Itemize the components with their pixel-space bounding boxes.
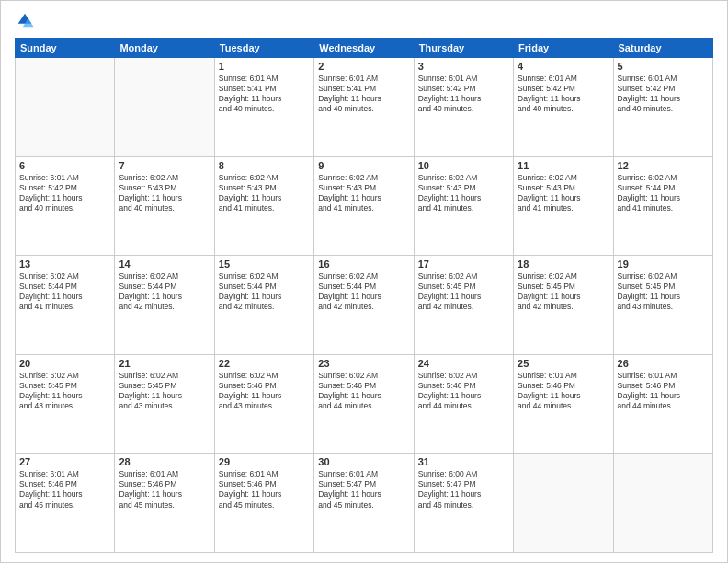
calendar-cell: 5Sunrise: 6:01 AM Sunset: 5:42 PM Daylig… xyxy=(613,58,712,157)
day-number: 30 xyxy=(318,456,409,467)
cell-info: Sunrise: 6:02 AM Sunset: 5:43 PM Dayligh… xyxy=(318,173,409,213)
calendar-week-2: 6Sunrise: 6:01 AM Sunset: 5:42 PM Daylig… xyxy=(16,156,713,256)
day-number: 10 xyxy=(418,160,509,171)
calendar-cell: 27Sunrise: 6:01 AM Sunset: 5:46 PM Dayli… xyxy=(16,454,115,553)
calendar-week-5: 27Sunrise: 6:01 AM Sunset: 5:46 PM Dayli… xyxy=(16,454,713,553)
cell-info: Sunrise: 6:02 AM Sunset: 5:45 PM Dayligh… xyxy=(119,371,210,411)
calendar-cell: 14Sunrise: 6:02 AM Sunset: 5:44 PM Dayli… xyxy=(115,256,214,355)
calendar: SundayMondayTuesdayWednesdayThursdayFrid… xyxy=(15,38,713,553)
cell-info: Sunrise: 6:02 AM Sunset: 5:43 PM Dayligh… xyxy=(119,173,210,213)
day-number: 11 xyxy=(518,160,609,171)
day-number: 9 xyxy=(318,160,409,171)
day-number: 2 xyxy=(318,61,409,72)
day-number: 13 xyxy=(19,259,110,270)
calendar-cell: 13Sunrise: 6:02 AM Sunset: 5:44 PM Dayli… xyxy=(16,256,115,355)
calendar-cell: 16Sunrise: 6:02 AM Sunset: 5:44 PM Dayli… xyxy=(314,256,414,355)
calendar-cell: 23Sunrise: 6:02 AM Sunset: 5:46 PM Dayli… xyxy=(314,354,414,454)
day-number: 4 xyxy=(518,61,609,72)
calendar-cell: 9Sunrise: 6:02 AM Sunset: 5:43 PM Daylig… xyxy=(314,156,414,256)
cell-info: Sunrise: 6:01 AM Sunset: 5:42 PM Dayligh… xyxy=(418,74,509,114)
day-number: 29 xyxy=(219,456,310,467)
cell-info: Sunrise: 6:02 AM Sunset: 5:46 PM Dayligh… xyxy=(219,371,310,411)
calendar-cell: 4Sunrise: 6:01 AM Sunset: 5:42 PM Daylig… xyxy=(514,58,613,157)
cell-info: Sunrise: 6:00 AM Sunset: 5:47 PM Dayligh… xyxy=(418,469,509,510)
calendar-cell: 7Sunrise: 6:02 AM Sunset: 5:43 PM Daylig… xyxy=(115,156,214,256)
day-number: 14 xyxy=(119,259,210,270)
cell-info: Sunrise: 6:02 AM Sunset: 5:44 PM Dayligh… xyxy=(19,271,110,312)
day-number: 12 xyxy=(618,160,709,171)
calendar-cell: 25Sunrise: 6:01 AM Sunset: 5:46 PM Dayli… xyxy=(514,354,613,454)
day-header-saturday: Saturday xyxy=(613,39,712,58)
calendar-cell: 30Sunrise: 6:01 AM Sunset: 5:47 PM Dayli… xyxy=(314,454,414,553)
cell-info: Sunrise: 6:02 AM Sunset: 5:44 PM Dayligh… xyxy=(219,271,310,312)
cell-info: Sunrise: 6:01 AM Sunset: 5:41 PM Dayligh… xyxy=(219,74,310,114)
day-number: 25 xyxy=(518,358,609,369)
cell-info: Sunrise: 6:02 AM Sunset: 5:44 PM Dayligh… xyxy=(318,271,409,312)
calendar-cell: 22Sunrise: 6:02 AM Sunset: 5:46 PM Dayli… xyxy=(214,354,313,454)
calendar-cell: 26Sunrise: 6:01 AM Sunset: 5:46 PM Dayli… xyxy=(613,354,712,454)
day-header-sunday: Sunday xyxy=(16,39,115,58)
calendar-cell: 3Sunrise: 6:01 AM Sunset: 5:42 PM Daylig… xyxy=(414,58,513,157)
calendar-week-3: 13Sunrise: 6:02 AM Sunset: 5:44 PM Dayli… xyxy=(16,256,713,355)
cell-info: Sunrise: 6:01 AM Sunset: 5:41 PM Dayligh… xyxy=(318,74,409,114)
calendar-week-4: 20Sunrise: 6:02 AM Sunset: 5:45 PM Dayli… xyxy=(16,354,713,454)
calendar-cell: 28Sunrise: 6:01 AM Sunset: 5:46 PM Dayli… xyxy=(115,454,214,553)
day-number: 22 xyxy=(219,358,310,369)
cell-info: Sunrise: 6:01 AM Sunset: 5:46 PM Dayligh… xyxy=(119,469,210,510)
day-number: 15 xyxy=(219,259,310,270)
cell-info: Sunrise: 6:02 AM Sunset: 5:46 PM Dayligh… xyxy=(418,371,509,411)
calendar-cell: 15Sunrise: 6:02 AM Sunset: 5:44 PM Dayli… xyxy=(214,256,313,355)
day-number: 26 xyxy=(618,358,709,369)
day-number: 31 xyxy=(418,456,509,467)
day-number: 24 xyxy=(418,358,509,369)
cell-info: Sunrise: 6:01 AM Sunset: 5:46 PM Dayligh… xyxy=(618,371,709,411)
day-number: 8 xyxy=(219,160,310,171)
day-number: 5 xyxy=(618,61,709,72)
day-number: 27 xyxy=(19,456,110,467)
day-number: 20 xyxy=(19,358,110,369)
calendar-cell: 6Sunrise: 6:01 AM Sunset: 5:42 PM Daylig… xyxy=(16,156,115,256)
calendar-cell: 24Sunrise: 6:02 AM Sunset: 5:46 PM Dayli… xyxy=(414,354,513,454)
day-number: 7 xyxy=(119,160,210,171)
day-header-wednesday: Wednesday xyxy=(314,39,414,58)
day-number: 19 xyxy=(618,259,709,270)
calendar-cell: 10Sunrise: 6:02 AM Sunset: 5:43 PM Dayli… xyxy=(414,156,513,256)
cell-info: Sunrise: 6:01 AM Sunset: 5:46 PM Dayligh… xyxy=(518,371,609,411)
calendar-cell xyxy=(514,454,613,553)
cell-info: Sunrise: 6:02 AM Sunset: 5:43 PM Dayligh… xyxy=(518,173,609,213)
header xyxy=(15,10,713,30)
day-number: 3 xyxy=(418,61,509,72)
day-number: 1 xyxy=(219,61,310,72)
day-number: 28 xyxy=(119,456,210,467)
calendar-cell: 12Sunrise: 6:02 AM Sunset: 5:44 PM Dayli… xyxy=(613,156,712,256)
calendar-header-row: SundayMondayTuesdayWednesdayThursdayFrid… xyxy=(16,39,713,58)
calendar-cell: 2Sunrise: 6:01 AM Sunset: 5:41 PM Daylig… xyxy=(314,58,414,157)
calendar-cell: 20Sunrise: 6:02 AM Sunset: 5:45 PM Dayli… xyxy=(16,354,115,454)
cell-info: Sunrise: 6:01 AM Sunset: 5:42 PM Dayligh… xyxy=(19,173,110,213)
day-number: 17 xyxy=(418,259,509,270)
day-header-tuesday: Tuesday xyxy=(214,39,313,58)
logo xyxy=(15,10,39,30)
logo-icon xyxy=(15,10,35,30)
calendar-cell: 29Sunrise: 6:01 AM Sunset: 5:46 PM Dayli… xyxy=(214,454,313,553)
calendar-cell: 11Sunrise: 6:02 AM Sunset: 5:43 PM Dayli… xyxy=(514,156,613,256)
calendar-cell: 31Sunrise: 6:00 AM Sunset: 5:47 PM Dayli… xyxy=(414,454,513,553)
day-header-thursday: Thursday xyxy=(414,39,513,58)
cell-info: Sunrise: 6:02 AM Sunset: 5:44 PM Dayligh… xyxy=(119,271,210,312)
day-number: 23 xyxy=(318,358,409,369)
calendar-cell: 8Sunrise: 6:02 AM Sunset: 5:43 PM Daylig… xyxy=(214,156,313,256)
day-header-monday: Monday xyxy=(115,39,214,58)
day-number: 18 xyxy=(518,259,609,270)
calendar-cell: 19Sunrise: 6:02 AM Sunset: 5:45 PM Dayli… xyxy=(613,256,712,355)
cell-info: Sunrise: 6:02 AM Sunset: 5:44 PM Dayligh… xyxy=(618,173,709,213)
cell-info: Sunrise: 6:02 AM Sunset: 5:43 PM Dayligh… xyxy=(219,173,310,213)
calendar-cell xyxy=(16,58,115,157)
cell-info: Sunrise: 6:02 AM Sunset: 5:45 PM Dayligh… xyxy=(19,371,110,411)
cell-info: Sunrise: 6:02 AM Sunset: 5:45 PM Dayligh… xyxy=(418,271,509,312)
cell-info: Sunrise: 6:01 AM Sunset: 5:47 PM Dayligh… xyxy=(318,469,409,510)
calendar-cell: 17Sunrise: 6:02 AM Sunset: 5:45 PM Dayli… xyxy=(414,256,513,355)
calendar-cell: 18Sunrise: 6:02 AM Sunset: 5:45 PM Dayli… xyxy=(514,256,613,355)
cell-info: Sunrise: 6:01 AM Sunset: 5:46 PM Dayligh… xyxy=(19,469,110,510)
calendar-cell xyxy=(613,454,712,553)
day-number: 16 xyxy=(318,259,409,270)
